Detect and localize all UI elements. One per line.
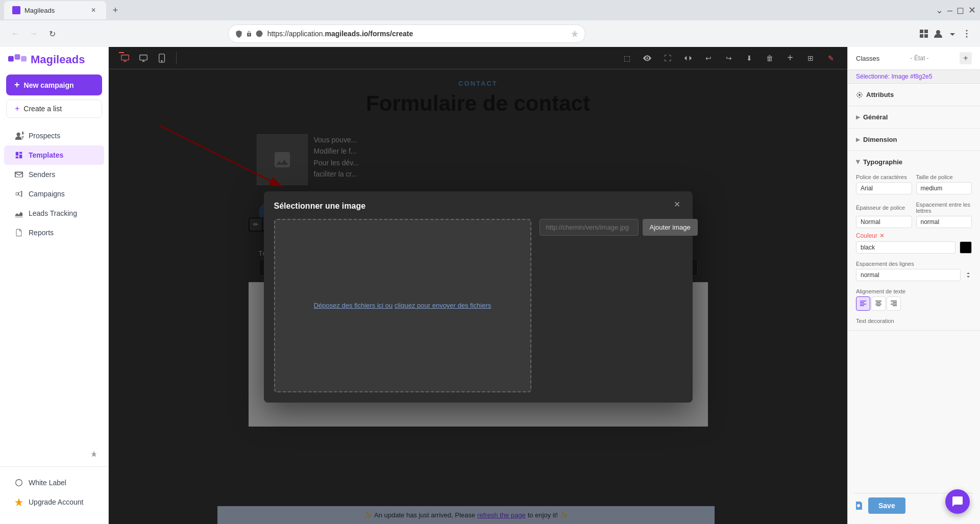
- editor-canvas[interactable]: CONTACT Formulaire de contact ✏ ↑ ✥ ⊞ ✕: [109, 69, 847, 524]
- active-tab[interactable]: Magileads ✕: [4, 1, 106, 19]
- dialog-close-btn[interactable]: ×: [670, 197, 684, 212]
- align-buttons: [856, 296, 972, 311]
- font-family-field: Police de caractères Taille de police Ar…: [848, 169, 980, 196]
- general-chevron: ▶: [856, 114, 860, 120]
- close-window-btn[interactable]: ✕: [968, 5, 976, 16]
- align-right-btn[interactable]: [887, 296, 901, 311]
- back-btn[interactable]: ←: [8, 27, 22, 41]
- general-header[interactable]: ▶ Général: [848, 110, 980, 124]
- typographie-header[interactable]: ▶ Typographie: [848, 155, 980, 169]
- new-tab-btn[interactable]: +: [108, 3, 122, 17]
- line-spacing-label: Espacement des lignes: [856, 261, 972, 267]
- redo-btn[interactable]: ↪: [721, 50, 737, 66]
- save-btn[interactable]: Save: [868, 497, 905, 514]
- star-upgrade-icon: [14, 497, 23, 507]
- attributs-label: Attributs: [866, 91, 894, 98]
- new-campaign-label: New campaign: [24, 81, 74, 89]
- content-area: ⬚ ⛶ ↩ ↪ ⬇ 🗑 + ⊞ ✎: [109, 47, 847, 524]
- url-bar[interactable]: https://application.magileads.io/forms/c…: [228, 24, 585, 43]
- attributs-section: Attributs: [848, 84, 980, 106]
- maximize-btn[interactable]: ◻: [957, 5, 964, 16]
- line-spacing-row: normal: [856, 269, 972, 281]
- letter-spacing-select[interactable]: normal: [916, 216, 972, 228]
- general-section: ▶ Général: [848, 106, 980, 129]
- dialog-dropzone-link[interactable]: cliquez pour envoyer des fichiers: [395, 302, 491, 309]
- align-left-btn[interactable]: [856, 296, 870, 311]
- dialog-url-input[interactable]: [540, 219, 639, 236]
- sidebar-item-upgrade-account[interactable]: Upgrade Account: [4, 492, 104, 512]
- align-center-btn[interactable]: [871, 296, 886, 311]
- font-weight-select[interactable]: Normal: [856, 216, 912, 228]
- delete-btn[interactable]: 🗑: [762, 50, 778, 66]
- sidebar-item-senders[interactable]: Senders: [4, 165, 104, 184]
- font-family-select[interactable]: Arial: [856, 182, 912, 194]
- export-btn[interactable]: ⬇: [741, 50, 757, 66]
- right-panel-add-btn[interactable]: +: [960, 52, 972, 64]
- weight-selects-row: Normal normal: [856, 216, 972, 228]
- select-image-dialog: Sélectionner une image × Déposez des fic…: [264, 191, 693, 403]
- couleur-section: Couleur ✕: [848, 230, 980, 256]
- dimension-header[interactable]: ▶ Dimension: [848, 133, 980, 146]
- couleur-swatch[interactable]: [960, 241, 972, 254]
- tab-menu-btn[interactable]: ⌄: [936, 5, 943, 16]
- create-list-btn[interactable]: + Create a list: [6, 99, 102, 118]
- code-btn[interactable]: [680, 50, 696, 66]
- couleur-value-row: [856, 241, 972, 254]
- line-spacing-select[interactable]: normal: [856, 269, 961, 281]
- couleur-label: Couleur: [856, 232, 877, 239]
- pin-icon[interactable]: [90, 450, 98, 458]
- select-all-btn[interactable]: ⬚: [619, 50, 635, 66]
- svg-point-8: [966, 36, 967, 38]
- sidebar-item-reports[interactable]: Reports: [4, 223, 104, 242]
- couleur-input[interactable]: [856, 241, 955, 254]
- paint-btn[interactable]: ✎: [823, 50, 839, 66]
- forward-btn[interactable]: →: [27, 27, 41, 41]
- logo-text: Magileads: [31, 53, 85, 66]
- star-icon[interactable]: [571, 30, 579, 38]
- layers-btn[interactable]: ⊞: [802, 50, 819, 66]
- dialog-add-btn[interactable]: Ajouter image: [643, 219, 698, 236]
- download-icon[interactable]: [947, 29, 958, 39]
- attributs-header[interactable]: Attributs: [848, 88, 980, 102]
- device-mobile-btn[interactable]: [154, 50, 170, 66]
- sidebar-item-templates[interactable]: Templates: [4, 145, 104, 165]
- menu-dots-icon[interactable]: [962, 29, 972, 39]
- eye-icon: [643, 54, 652, 63]
- chat-bubble-btn[interactable]: [945, 489, 970, 514]
- line-spacing-field: Espacement des lignes normal: [848, 256, 980, 283]
- sidebar-item-campaigns[interactable]: Campaigns: [4, 184, 104, 204]
- tab-close-btn[interactable]: ✕: [89, 6, 98, 15]
- fullscreen-btn[interactable]: ⛶: [659, 50, 676, 66]
- new-campaign-btn[interactable]: + New campaign: [6, 74, 102, 95]
- couleur-x-btn[interactable]: ✕: [879, 232, 885, 239]
- sidebar-logo: Magileads: [0, 53, 108, 74]
- add-block-btn[interactable]: +: [782, 50, 798, 66]
- undo-btn[interactable]: ↩: [700, 50, 717, 66]
- tab-title: Magileads: [24, 7, 55, 14]
- couleur-header: Couleur ✕: [856, 232, 972, 239]
- toolbar-right-actions: ⬚ ⛶ ↩ ↪ ⬇ 🗑 + ⊞ ✎: [619, 50, 839, 66]
- profile-icon[interactable]: [933, 29, 943, 39]
- sidebar-item-prospects[interactable]: Prospects: [4, 126, 104, 145]
- weight-labels-row: Épaisseur de police Espacement entre les…: [856, 198, 972, 214]
- device-desktop-btn[interactable]: [135, 50, 152, 66]
- mail-icon: [14, 170, 23, 179]
- reload-btn[interactable]: ↻: [45, 27, 59, 41]
- text-decoration-label: Text decoration: [856, 318, 972, 324]
- sidebar-item-white-label[interactable]: White Label: [4, 473, 104, 492]
- dialog-dropzone[interactable]: Déposez des fichiers ici ou cliquez pour…: [274, 219, 531, 392]
- sidebar-item-leads-tracking[interactable]: Leads Tracking: [4, 204, 104, 223]
- typographie-chevron: ▶: [855, 160, 861, 164]
- minimize-btn[interactable]: –: [947, 5, 952, 16]
- preview-btn[interactable]: [639, 50, 655, 66]
- font-labels-row: Police de caractères Taille de police: [856, 171, 972, 180]
- font-size-select[interactable]: medium: [916, 182, 972, 194]
- font-weight-label: Épaisseur de police: [856, 205, 912, 211]
- extensions-icon[interactable]: [919, 29, 929, 39]
- device-crossed-btn[interactable]: [117, 50, 133, 66]
- desktop-icon: [139, 54, 148, 63]
- mobile-icon: [158, 54, 165, 63]
- template-icon: [14, 151, 23, 160]
- campaigns-label: Campaigns: [29, 190, 65, 198]
- chart-icon: [14, 209, 23, 218]
